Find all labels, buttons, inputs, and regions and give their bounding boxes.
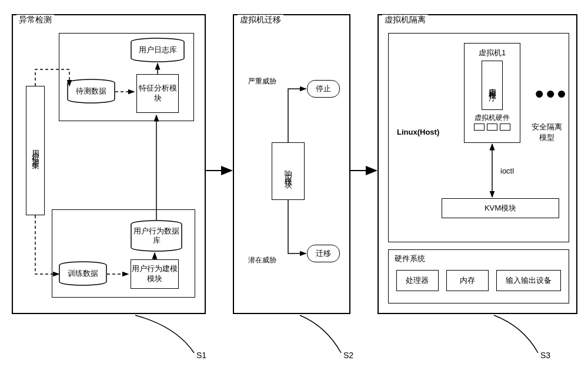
host-container: Linux(Host) 虚拟机1 应用程序 虚拟机硬件 ●●● 安全隔离模型 i…: [388, 33, 569, 242]
pill-migrate: 迁移: [307, 245, 340, 262]
box-io: 输入输出设备: [496, 270, 561, 291]
label-training: 训练数据: [68, 268, 98, 279]
label-app: 应用程序: [487, 82, 497, 89]
box-cpu: 处理器: [396, 270, 439, 291]
panel1-title: 异常检测: [16, 15, 54, 25]
panel-vm-migration: 虚拟机迁移 响应模块 停止 迁移 严重威胁 潜在威胁: [233, 14, 350, 314]
label-migrate: 迁移: [316, 248, 331, 259]
label-kvm: KVM模块: [485, 203, 516, 213]
box-app: 应用程序: [482, 61, 503, 110]
dots-icon: ●●●: [534, 84, 568, 103]
box-user-behavior-collect: 用户行为采集: [26, 86, 45, 215]
label-behaviordb: 用户行为数据库: [131, 226, 182, 245]
box-mem: 内存: [446, 270, 489, 291]
linux-label: Linux(Host): [397, 128, 439, 136]
group-bottom: [52, 209, 195, 298]
hw-container: 硬件系统 处理器 内存 输入输出设备: [388, 249, 569, 303]
hw-title: 硬件系统: [395, 253, 569, 264]
panel3-title: 虚拟机隔离: [382, 15, 428, 25]
label-pending: 待测数据: [76, 86, 106, 96]
panel2-title: 虚拟机迁移: [238, 15, 283, 25]
panel-anomaly-detection: 异常检测 用户行为采集 待测数据 特征分析模块 用户日志库 训练数据 用户行为建…: [12, 14, 206, 314]
box-kvm: KVM模块: [442, 198, 559, 218]
ioctl-label: ioctl: [500, 166, 514, 175]
vm1-title: 虚拟机1: [467, 48, 517, 58]
label-severe: 严重威胁: [248, 76, 276, 86]
s3-label: S3: [540, 351, 550, 360]
vhw-slots: [467, 124, 517, 134]
label-stop: 停止: [316, 84, 331, 94]
label-collect: 用户行为采集: [31, 144, 41, 158]
s1-label: S1: [196, 351, 206, 360]
panel-vm-isolation: 虚拟机隔离 Linux(Host) 虚拟机1 应用程序 虚拟机硬件 ●●● 安全…: [377, 14, 577, 314]
box-vm1: 虚拟机1 应用程序 虚拟机硬件: [464, 43, 520, 143]
label-loglib: 用户日志库: [139, 45, 177, 55]
vhw-label: 虚拟机硬件: [467, 114, 517, 123]
label-potential: 潜在威胁: [248, 255, 276, 265]
isolation-label: 安全隔离模型: [529, 122, 565, 143]
s2-label: S2: [343, 351, 353, 360]
pill-stop: 停止: [307, 80, 340, 98]
label-response: 响应模块: [283, 164, 293, 178]
box-response: 响应模块: [272, 142, 305, 200]
